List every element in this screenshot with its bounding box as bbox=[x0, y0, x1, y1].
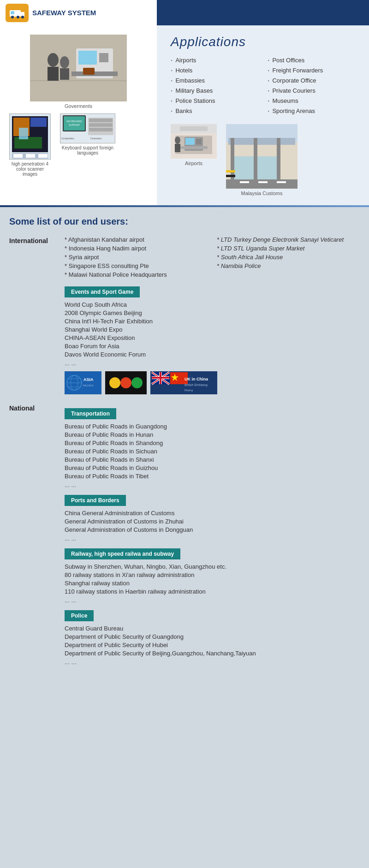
svg-rect-25 bbox=[26, 154, 35, 158]
svg-rect-55 bbox=[234, 156, 254, 179]
rail-3: Shanghai railway station bbox=[65, 580, 360, 587]
rail-2: 80 railway stations in Xi'an railway adm… bbox=[65, 571, 360, 578]
svg-rect-9 bbox=[78, 51, 97, 65]
svg-rect-20 bbox=[30, 118, 47, 127]
keyboard-caption: Keyboard support foreign languages bbox=[60, 145, 115, 155]
svg-rect-59 bbox=[226, 179, 298, 189]
svg-rect-52 bbox=[231, 138, 234, 179]
svg-rect-44 bbox=[180, 146, 208, 149]
games-logo bbox=[105, 371, 147, 394]
international-row: International * Afghanistan Kandahar air… bbox=[9, 236, 360, 394]
international-label: International bbox=[9, 236, 65, 394]
svg-point-77 bbox=[133, 379, 141, 386]
svg-point-2 bbox=[11, 16, 14, 18]
intl-item-3: * Syria airpot bbox=[65, 254, 208, 261]
end-users-section: Some list of our end users: Internationa… bbox=[0, 207, 369, 687]
svg-rect-62 bbox=[277, 181, 286, 183]
svg-point-3 bbox=[17, 16, 19, 18]
trans-5: Bureau of Public Roads in Shanxi bbox=[65, 456, 360, 463]
app-images-row: Airports bbox=[171, 124, 355, 196]
event-7: Davos World Economic Forum bbox=[65, 351, 360, 358]
trans-7: Bureau of Public Roads in Tibet bbox=[65, 473, 360, 480]
svg-point-14 bbox=[60, 56, 69, 68]
events-ellipsis: ... ... bbox=[65, 360, 360, 367]
app-item-post: ·Post Offices bbox=[268, 57, 355, 64]
events-sport-button[interactable]: Events and Sport Game bbox=[65, 286, 140, 297]
svg-text:British Embassy: British Embassy bbox=[184, 383, 208, 387]
national-label: National bbox=[9, 404, 65, 666]
svg-rect-48 bbox=[180, 126, 208, 131]
railway-button[interactable]: Railway, high speed railwa and subway bbox=[65, 548, 180, 559]
keyboard-image: KEYBOARD SUPPORT Composition Characters bbox=[60, 113, 115, 143]
svg-rect-51 bbox=[228, 138, 295, 145]
intl-item-r3: * South Africa Jail House bbox=[217, 254, 360, 261]
svg-rect-22 bbox=[19, 128, 28, 139]
svg-rect-15 bbox=[60, 68, 69, 80]
event-5: CHINA-ASEAN Exposition bbox=[65, 334, 360, 341]
govments-image bbox=[30, 35, 127, 101]
svg-rect-54 bbox=[277, 138, 280, 179]
svg-rect-57 bbox=[226, 170, 235, 172]
intl-item-4: * Singapore ESS consulting Pte bbox=[65, 262, 208, 269]
app-item-hotels: ·Hotels bbox=[171, 67, 258, 74]
app-col-right: ·Post Offices ·Freight Forwarders ·Corpo… bbox=[268, 57, 355, 118]
event-4: Shanghai World Expo bbox=[65, 326, 360, 333]
app-right-panel: Applications ·Airports ·Hotels ·Embassie… bbox=[157, 25, 369, 205]
event-2: 2008 Olympic Games Beijing bbox=[65, 309, 360, 316]
event-1: World Cup South Africa bbox=[65, 301, 360, 308]
app-item-banks: ·Banks bbox=[171, 107, 258, 115]
svg-rect-60 bbox=[240, 181, 249, 183]
svg-rect-5 bbox=[11, 11, 14, 14]
app-item-military: ·Military Bases bbox=[171, 87, 258, 95]
police-2: Department of Public Security of Guangdo… bbox=[65, 633, 360, 640]
svg-point-75 bbox=[111, 379, 119, 386]
app-item-couriers: ·Private Couriers bbox=[268, 87, 355, 95]
intl-item-1: * Afghanistan Kandahar airpot bbox=[65, 236, 208, 243]
police-button[interactable]: Police bbox=[65, 610, 94, 621]
sponsor-logos: ASIA PACIFIC bbox=[65, 371, 360, 394]
police-list: Central Guard Bureau Department of Publi… bbox=[65, 625, 360, 666]
applications-title: Applications bbox=[171, 35, 355, 49]
svg-rect-58 bbox=[226, 175, 235, 177]
svg-rect-56 bbox=[257, 156, 277, 179]
keyboard-wrap: KEYBOARD SUPPORT Composition Characters … bbox=[60, 113, 115, 155]
app-columns: ·Airports ·Hotels ·Embassies ·Military B… bbox=[171, 57, 355, 118]
event-6: Boao Forum for Asia bbox=[65, 343, 360, 350]
scanner-wrap: high penetration 4 color scanner images bbox=[9, 113, 51, 177]
transportation-button[interactable]: Transportation bbox=[65, 408, 116, 419]
svg-rect-26 bbox=[38, 154, 48, 158]
events-list: World Cup South Africa 2008 Olympic Game… bbox=[65, 301, 360, 367]
app-item-embassies: ·Embassies bbox=[171, 77, 258, 84]
customs-image bbox=[226, 124, 298, 189]
app-item-sporting: ·Sporting Arenas bbox=[268, 107, 355, 115]
ports-button[interactable]: Ports and Borders bbox=[65, 495, 126, 506]
app-item-museums: ·Museums bbox=[268, 97, 355, 105]
airports-image-wrap: Airports bbox=[171, 124, 217, 166]
svg-rect-16 bbox=[83, 68, 95, 75]
svg-point-76 bbox=[122, 379, 130, 386]
svg-rect-87 bbox=[152, 377, 169, 379]
svg-rect-34 bbox=[89, 123, 113, 127]
international-two-col: * Afghanistan Kandahar airpot * Indonesi… bbox=[65, 236, 360, 280]
intl-item-5: * Malawi National Police Headquarters bbox=[65, 271, 208, 278]
international-col-left: * Afghanistan Kandahar airpot * Indonesi… bbox=[65, 236, 208, 280]
header-blue-bar bbox=[157, 0, 369, 25]
svg-text:UK in China: UK in China bbox=[184, 377, 208, 381]
logo-icon bbox=[6, 4, 29, 22]
international-content: * Afghanistan Kandahar airpot * Indonesi… bbox=[65, 236, 360, 394]
app-item-airports: ·Airports bbox=[171, 57, 258, 64]
sub-images: high penetration 4 color scanner images … bbox=[9, 113, 148, 177]
police-ellipsis: ... ... bbox=[65, 659, 360, 666]
customs-caption: Malaysia Customs bbox=[226, 190, 298, 196]
svg-text:SUPPORT: SUPPORT bbox=[69, 124, 80, 126]
svg-text:KEYBOARD: KEYBOARD bbox=[66, 120, 82, 123]
govments-caption: Goverments bbox=[9, 103, 148, 109]
svg-rect-61 bbox=[258, 181, 268, 183]
svg-rect-24 bbox=[13, 154, 23, 158]
svg-text:Characters: Characters bbox=[90, 137, 102, 140]
logo-area: SAFEWAY SYSTEM bbox=[0, 0, 157, 25]
svg-text:Beijing: Beijing bbox=[184, 389, 193, 392]
scanner-caption: high penetration 4 color scanner images bbox=[9, 161, 51, 177]
svg-rect-33 bbox=[89, 119, 113, 122]
event-3: China Int'l Hi-Tech Fair Exhibition bbox=[65, 318, 360, 325]
